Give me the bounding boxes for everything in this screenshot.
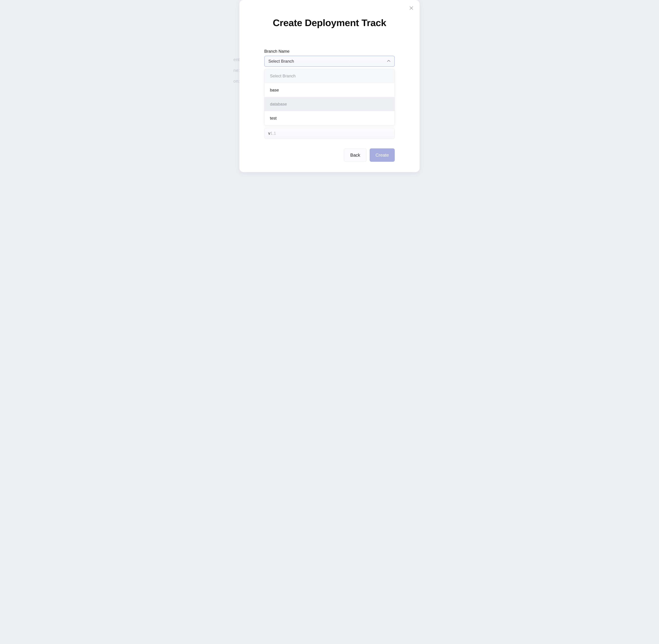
back-button[interactable]: Back xyxy=(344,148,367,162)
chevron-up-icon xyxy=(387,60,391,63)
create-button[interactable]: Create xyxy=(370,148,395,162)
modal-footer: Back Create xyxy=(264,148,395,162)
modal-title: Create Deployment Track xyxy=(244,17,415,28)
background-text-fragment: ent xyxy=(233,57,240,62)
branch-select[interactable]: Select Branch xyxy=(264,56,395,67)
close-icon xyxy=(409,6,414,11)
background-text-fragment: on: xyxy=(233,78,240,84)
create-deployment-track-modal: Create Deployment Track Branch Name Sele… xyxy=(240,0,419,172)
background-text-fragment: ne: xyxy=(233,68,240,73)
branch-name-label: Branch Name xyxy=(264,49,395,54)
branch-dropdown: Select Branchbasedatabasetest xyxy=(264,69,395,125)
branch-select-placeholder: Select Branch xyxy=(268,59,294,64)
version-input[interactable]: v1.1 xyxy=(264,128,395,139)
version-input-prefix: v xyxy=(268,131,270,136)
branch-option-placeholder: Select Branch xyxy=(265,69,394,83)
branch-option[interactable]: base xyxy=(265,83,394,97)
branch-option[interactable]: test xyxy=(265,111,394,125)
version-input-suffix: 1.1 xyxy=(270,131,276,136)
close-button[interactable] xyxy=(408,5,415,12)
branch-option[interactable]: database xyxy=(265,97,394,111)
deployment-track-form: Branch Name Select Branch Select Branchb… xyxy=(264,49,395,139)
